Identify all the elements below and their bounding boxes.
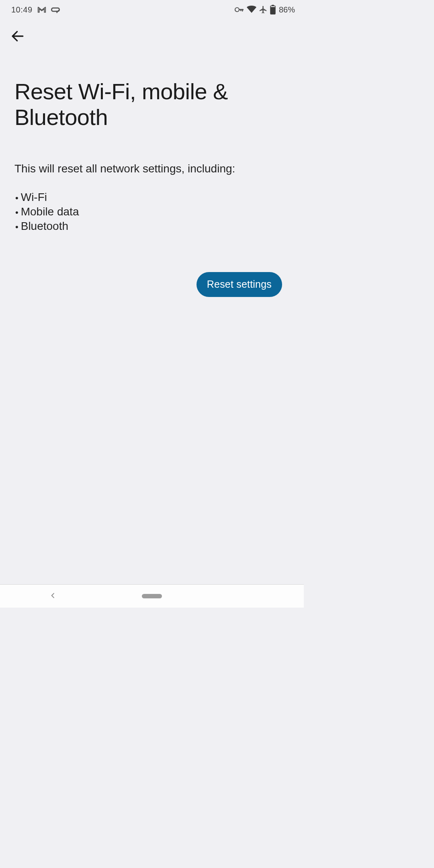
list-item-label: Mobile data xyxy=(21,205,79,219)
key-icon xyxy=(235,7,244,12)
svg-rect-2 xyxy=(242,9,243,12)
status-bar: 10:49 xyxy=(0,0,304,19)
bullet-dot-icon: • xyxy=(15,208,18,217)
bullet-dot-icon: • xyxy=(15,223,18,231)
vpn-status-icon xyxy=(51,6,60,13)
system-nav-bar xyxy=(0,584,304,608)
system-back-button[interactable] xyxy=(48,592,58,601)
chevron-left-icon xyxy=(50,592,56,600)
button-row: Reset settings xyxy=(14,272,289,297)
list-item-label: Bluetooth xyxy=(21,219,68,233)
list-item-label: Wi-Fi xyxy=(21,190,47,205)
page-title: Reset Wi-Fi, mobile & Bluetooth xyxy=(14,79,289,130)
back-button[interactable] xyxy=(8,27,27,46)
battery-percentage: 86% xyxy=(279,5,295,14)
status-right-group: 86% xyxy=(235,5,295,14)
svg-point-0 xyxy=(235,8,239,12)
app-bar xyxy=(0,19,304,46)
list-item: • Wi-Fi xyxy=(14,190,289,205)
airplane-mode-icon xyxy=(259,5,268,14)
list-item: • Bluetooth xyxy=(14,219,289,233)
status-left-group: 10:49 xyxy=(11,5,60,14)
list-item: • Mobile data xyxy=(14,205,289,219)
svg-rect-6 xyxy=(270,7,275,14)
gmail-icon xyxy=(37,6,46,13)
svg-rect-3 xyxy=(240,9,242,11)
arrow-left-icon xyxy=(11,29,25,43)
reset-settings-button[interactable]: Reset settings xyxy=(197,272,282,297)
battery-icon xyxy=(270,5,276,14)
gesture-pill[interactable] xyxy=(142,594,162,598)
bullet-dot-icon: • xyxy=(15,194,18,203)
reset-items-list: • Wi-Fi • Mobile data • Bluetooth xyxy=(14,190,289,233)
main-content: Reset Wi-Fi, mobile & Bluetooth This wil… xyxy=(0,79,304,297)
wifi-icon xyxy=(247,6,256,14)
status-time: 10:49 xyxy=(11,5,33,14)
reset-description: This will reset all network settings, in… xyxy=(14,162,289,176)
